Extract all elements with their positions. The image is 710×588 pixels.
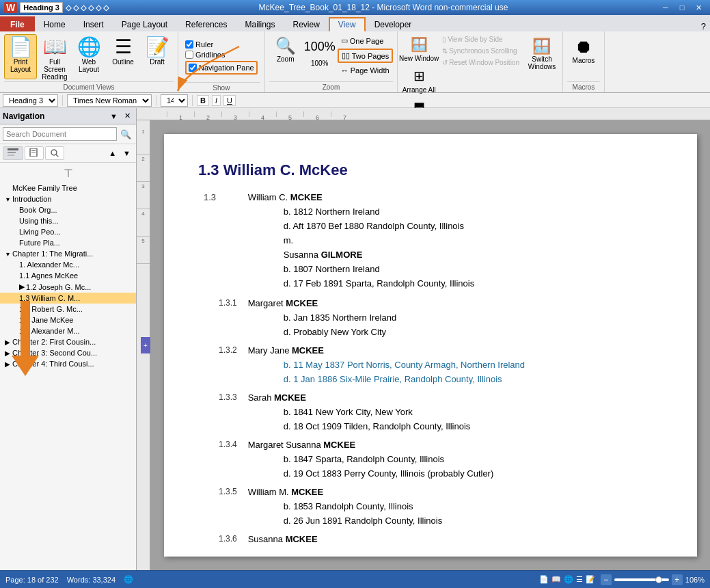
nav-item-alex-mc[interactable]: 1. Alexander Mc... [0, 259, 136, 270]
nav-collapse-button[interactable]: ▼ [107, 110, 120, 122]
web-layout-button[interactable]: 🌐 WebLayout [72, 34, 105, 79]
nav-item-agnes[interactable]: 1.1 Agnes McKee [0, 270, 136, 281]
zoom-slider[interactable] [614, 578, 669, 581]
table-row: 1.3 William C. MCKEE [198, 190, 663, 204]
search-button[interactable]: 🔍 [118, 129, 133, 140]
print-layout-button[interactable]: 📄 PrintLayout [4, 34, 37, 79]
table-row: d. 17 Feb 1891 Sparta, Randolph County, … [198, 276, 663, 291]
nav-item-robert[interactable]: 1.4 Robert G. Mc... [0, 304, 136, 315]
nav-item-william[interactable]: 1.3 William C. M... [0, 293, 136, 304]
doc-scroll-area[interactable]: 1 2 3 4 5 + 1.3 William C. McKee 1.3 [137, 120, 710, 570]
nav-item-living-peo[interactable]: Living Peo... [0, 226, 136, 237]
nav-item-alexander[interactable]: 1.6 Alexander M... [0, 325, 136, 336]
view-web-icon[interactable]: 🌐 [564, 575, 573, 584]
outline-button[interactable]: ☰ Outline [107, 34, 139, 79]
view-side-by-side-button[interactable]: ▯ View Side by Side [440, 34, 521, 44]
table-row: d. Probably New York City [198, 325, 663, 339]
two-pages-button[interactable]: ▯▯ Two Pages [338, 49, 393, 63]
nav-item-using-this[interactable]: Using this... [0, 215, 136, 226]
main-area: Navigation ▼ ✕ 🔍 ▲ ▼ [0, 108, 710, 570]
tab-review[interactable]: Review [284, 16, 328, 31]
switch-windows-button[interactable]: 🪟 SwitchWindows [525, 34, 558, 79]
nav-close-button[interactable]: ✕ [122, 110, 133, 122]
nav-section-chapter2[interactable]: ▶ Chapter 2: First Cousin... [0, 336, 136, 347]
page-nav-button[interactable]: + [141, 337, 150, 353]
nav-item-future-pla[interactable]: Future Pla... [0, 237, 136, 248]
heading-dropdown[interactable]: Heading 3 [20, 2, 63, 13]
arrange-all-button[interactable]: ⊞ Arrange All [402, 66, 436, 96]
page-width-button[interactable]: ↔ Page Width [338, 64, 393, 77]
nav-results-tab[interactable] [45, 146, 64, 160]
zoom-100-button[interactable]: 100% 100% [303, 34, 336, 79]
nav-item-mckee-family[interactable]: McKee Family Tree [0, 183, 136, 193]
ribbon-content: 📄 PrintLayout 📖 Full ScreenReading 🌐 Web… [0, 31, 710, 93]
new-window-button[interactable]: 🪟 New Window [402, 34, 436, 64]
table-row: d. Aft 1870 Bef 1880 Randolph County, Il… [198, 219, 663, 233]
search-input[interactable] [3, 127, 117, 141]
nav-item-book-org[interactable]: Book Org... [0, 204, 136, 215]
nav-pane-checkbox-row[interactable]: Navigation Pane [185, 61, 258, 75]
style-dropdown[interactable]: Heading 3 [3, 94, 58, 107]
font-dropdown[interactable]: Times New Roman [67, 94, 152, 107]
nav-section-introduction[interactable]: ▾ Introduction [0, 193, 136, 204]
two-pages-label: Two Pages [352, 52, 389, 60]
gridlines-checkbox[interactable] [185, 51, 193, 59]
nav-section-chapter4[interactable]: ▶ Chapter 4: Third Cousi... [0, 358, 136, 369]
nav-item-jane[interactable]: 1.5 Jane McKee [0, 315, 136, 325]
full-screen-reading-button[interactable]: 📖 Full ScreenReading [38, 34, 71, 79]
zoom-thumb [655, 576, 662, 583]
minimize-button[interactable]: ─ [658, 1, 673, 14]
draft-button[interactable]: 📝 Draft [141, 34, 174, 79]
window-group: 🪟 New Window ⊞ Arrange All ⬒ Split ▯ Vie… [398, 31, 563, 92]
death-cell: d. Aft 1870 Bef 1880 Randolph County, Il… [243, 219, 663, 233]
ribbon-tabs: File Home Insert Page Layout References … [0, 15, 710, 31]
tab-view[interactable]: View [329, 17, 366, 32]
view-fullscreen-icon[interactable]: 📖 [551, 575, 561, 584]
nav-section-chapter1[interactable]: ▾ Chapter 1: The Migrati... [0, 248, 136, 259]
tab-developer[interactable]: Developer [366, 16, 421, 31]
ruler-checkbox-row[interactable]: Ruler [185, 40, 258, 49]
close-button[interactable]: ✕ [691, 1, 706, 14]
tab-references[interactable]: References [176, 16, 236, 31]
zoom-minus-button[interactable]: − [601, 574, 612, 585]
view-print-icon[interactable]: 📄 [539, 575, 549, 584]
italic-button[interactable]: I [212, 95, 221, 106]
sub-1-3-3: 1.3.3 [198, 390, 243, 405]
nav-down-button[interactable]: ▼ [120, 146, 133, 160]
zoom-100-label: 100% [311, 59, 329, 67]
pages-icon [29, 148, 39, 157]
underline-button[interactable]: U [223, 95, 236, 106]
nav-pages-tab[interactable] [25, 146, 44, 160]
one-page-button[interactable]: ▭ One Page [338, 34, 393, 47]
gridlines-label: Gridlines [195, 51, 225, 59]
view-side-by-side-label: View Side by Side [448, 36, 502, 43]
macros-button[interactable]: ⏺ Macros [567, 34, 600, 79]
zoom-plus-button[interactable]: + [672, 574, 683, 585]
intro-expander: ▾ [3, 196, 12, 203]
two-pages-icon: ▯▯ [342, 51, 350, 60]
size-dropdown[interactable]: 14 [161, 94, 188, 107]
view-draft-icon[interactable]: 📝 [586, 575, 595, 584]
nav-up-button[interactable]: ▲ [106, 146, 119, 160]
help-icon[interactable]: ? [701, 21, 706, 31]
maximize-button[interactable]: □ [674, 1, 689, 14]
nav-section-chapter3[interactable]: ▶ Chapter 3: Second Cou... [0, 347, 136, 358]
bold-button[interactable]: B [197, 95, 209, 106]
tab-mailings[interactable]: Mailings [236, 16, 284, 31]
navigation-pane-checkbox[interactable] [189, 64, 197, 72]
sync-scrolling-button[interactable]: ⇅ Synchronous Scrolling [440, 46, 521, 56]
reset-window-button[interactable]: ↺ Reset Window Position [440, 57, 521, 68]
sub-1-3-1: 1.3.1 [198, 296, 243, 310]
zoom-button[interactable]: 🔍 Zoom [269, 34, 302, 79]
nav-headings-tab[interactable] [3, 146, 23, 160]
gridlines-checkbox-row[interactable]: Gridlines [185, 51, 258, 59]
status-bar: Page: 18 of 232 Words: 33,324 🌐 📄 📖 🌐 ☰ … [0, 570, 710, 588]
nav-item-joseph[interactable]: ▶ 1.2 Joseph G. Mc... [0, 281, 136, 293]
tab-insert[interactable]: Insert [74, 16, 113, 31]
table-row: 1.3.2 Mary Jane MCKEE [198, 343, 663, 358]
tab-page-layout[interactable]: Page Layout [113, 16, 176, 31]
tab-home[interactable]: Home [35, 16, 74, 31]
view-outline-icon[interactable]: ☰ [576, 575, 583, 584]
tab-file[interactable]: File [0, 16, 35, 31]
ruler-checkbox[interactable] [185, 40, 193, 49]
